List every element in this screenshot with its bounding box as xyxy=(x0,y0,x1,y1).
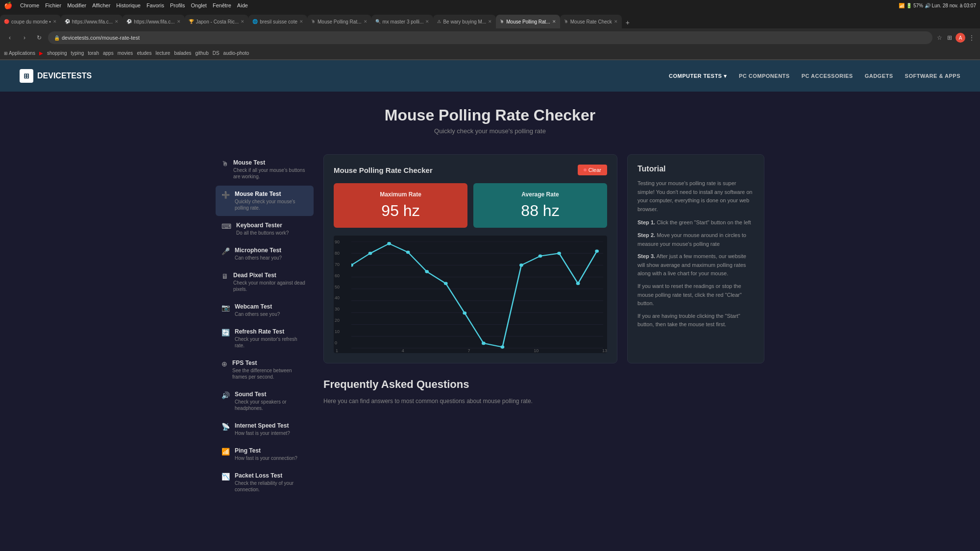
sidebar-item-title: Mouse Test xyxy=(233,159,308,166)
bookmark-audiophoto[interactable]: audio-photo xyxy=(223,50,249,56)
tab-coupemonde[interactable]: 🔴 coupe du monde • ✕ xyxy=(0,15,61,28)
menu-fichier[interactable]: Fichier xyxy=(45,2,61,8)
menu-chrome[interactable]: Chrome xyxy=(20,2,39,8)
menu-afficher[interactable]: Afficher xyxy=(92,2,110,8)
back-button[interactable]: ‹ xyxy=(4,32,16,44)
tab-close-icon[interactable]: ✕ xyxy=(241,19,245,24)
tab-bresil[interactable]: 🌐 bresil suisse cote ✕ xyxy=(248,15,307,28)
bookmark-label: etudes xyxy=(137,50,151,56)
sidebar-item-deadpixel[interactable]: 🖥 Dead Pixel Test Check your monitor aga… xyxy=(216,267,314,297)
menu-profils[interactable]: Profils xyxy=(170,2,185,8)
faq-title: Frequently Asked Questions xyxy=(323,378,764,391)
menu-fenetre[interactable]: Fenêtre xyxy=(213,2,231,8)
menu-favoris[interactable]: Favoris xyxy=(147,2,164,8)
sidebar-item-webcam[interactable]: 📷 Webcam Test Can others see you? xyxy=(216,298,314,322)
tab-close-icon[interactable]: ✕ xyxy=(614,19,618,24)
clear-dot xyxy=(584,168,587,171)
y-label-10: 10 xyxy=(335,329,340,334)
logo[interactable]: ⊞ DEVICETESTS xyxy=(20,69,92,83)
tab-mouseratecheck[interactable]: 🖱 Mouse Rate Check ✕ xyxy=(560,15,622,28)
bookmark-star-icon[interactable]: ☆ xyxy=(935,33,944,42)
tab-close-icon[interactable]: ✕ xyxy=(364,19,368,24)
bookmark-youtube[interactable]: ▶ xyxy=(39,50,43,56)
tab-label: https://www.fifa.c... xyxy=(134,19,174,24)
profile-avatar[interactable]: A xyxy=(956,33,965,43)
sidebar-item-ping[interactable]: 📶 Ping Test How fast is your connection? xyxy=(216,442,314,466)
bookmark-label: typing xyxy=(71,50,84,56)
url-text: devicetests.com/mouse-rate-test xyxy=(62,35,140,41)
bookmark-balades[interactable]: balades xyxy=(174,50,191,56)
chart-dot xyxy=(444,282,448,286)
monitor-icon: 🖥 xyxy=(221,272,228,280)
nav-pc-components[interactable]: PC COMPONENTS xyxy=(739,73,790,79)
sidebar-item-internetspeed[interactable]: 📡 Internet Speed Test How fast is your i… xyxy=(216,417,314,441)
browser-chrome: 🔴 coupe du monde • ✕ ⚽ https://www.fifa.… xyxy=(0,11,980,60)
menu-aide[interactable]: Aide xyxy=(237,2,248,8)
polling-rate-chart xyxy=(351,241,603,349)
sidebar-item-fps[interactable]: ⊕ FPS Test See the difference between fr… xyxy=(216,355,314,385)
step1-text: Click the green "Start" button on the le… xyxy=(657,219,751,225)
nav-pc-accessories[interactable]: PC ACCESSORIES xyxy=(802,73,853,79)
new-tab-button[interactable]: + xyxy=(622,17,634,28)
menu-historique[interactable]: Historique xyxy=(116,2,141,8)
bookmarks-bar: ⊞ Applications ▶ shopping typing torah a… xyxy=(0,47,980,60)
extension-icon[interactable]: ⊞ xyxy=(946,33,954,42)
checker-title: Mouse Polling Rate Checker xyxy=(334,166,433,174)
sidebar-item-mouse-test[interactable]: 🖱 Mouse Test Check if all your mouse's b… xyxy=(216,154,314,185)
bookmark-label: apps xyxy=(103,50,114,56)
sidebar-item-title: Dead Pixel Test xyxy=(233,272,308,279)
x-label-7: 7 xyxy=(467,348,470,353)
dropdown-arrow-icon: ▾ xyxy=(724,73,727,79)
bookmark-movies[interactable]: movies xyxy=(118,50,133,56)
sidebar-item-title: Refresh Rate Test xyxy=(235,328,308,335)
sidebar-item-microphone[interactable]: 🎤 Microphone Test Can others hear you? xyxy=(216,242,314,266)
apple-menu[interactable]: 🍎 xyxy=(4,1,12,9)
url-bar[interactable]: 🔒 devicetests.com/mouse-rate-test xyxy=(48,31,932,44)
tab-close-icon[interactable]: ✕ xyxy=(425,19,429,24)
bookmark-apps[interactable]: apps xyxy=(103,50,114,56)
bookmark-etudes[interactable]: etudes xyxy=(137,50,151,56)
sidebar-item-packetloss[interactable]: 📉 Packet Loss Test Check the reliability… xyxy=(216,467,314,498)
bookmark-typing[interactable]: typing xyxy=(71,50,84,56)
macos-menubar: 🍎 Chrome Fichier Modifier Afficher Histo… xyxy=(0,0,980,11)
nav-computer-tests[interactable]: COMPUTER TESTS ▾ xyxy=(669,73,727,79)
tab-close-icon[interactable]: ✕ xyxy=(299,19,303,24)
bookmark-apps-menu[interactable]: ⊞ Applications xyxy=(4,50,35,56)
tab-mousepolling2[interactable]: 🖱 Mouse Polling Rat... ✕ xyxy=(496,15,560,28)
menu-modifier[interactable]: Modifier xyxy=(67,2,86,8)
nav-software[interactable]: SOFTWARE & APPS xyxy=(905,73,960,79)
sidebar-item-keyboard[interactable]: ⌨ Keyboard Tester Do all the buttons wor… xyxy=(216,217,314,241)
tab-mousepolling1[interactable]: 🖱 Mouse Polling Rat... ✕ xyxy=(307,15,371,28)
sidebar-item-refreshrate[interactable]: 🔄 Refresh Rate Test Check your monitor's… xyxy=(216,323,314,354)
menu-dots-icon[interactable]: ⋮ xyxy=(967,33,976,42)
clear-button[interactable]: Clear xyxy=(578,165,607,175)
bookmark-lecture[interactable]: lecture xyxy=(155,50,170,56)
checker-box: Mouse Polling Rate Checker Clear Maximum… xyxy=(323,154,617,363)
sidebar-item-sound[interactable]: 🔊 Sound Test Check your speakers or head… xyxy=(216,386,314,416)
tab-mxmaster[interactable]: 🔍 mx master 3 polli... ✕ xyxy=(371,15,434,28)
lock-icon: 🔒 xyxy=(54,35,60,41)
bookmark-shopping[interactable]: shopping xyxy=(47,50,67,56)
tab-close-icon[interactable]: ✕ xyxy=(115,19,119,24)
tab-close-icon[interactable]: ✕ xyxy=(552,19,556,24)
step1-label: Step 1. xyxy=(637,219,655,225)
sidebar-item-mouse-rate[interactable]: ➕ Mouse Rate Test Quickly check your mou… xyxy=(216,186,314,216)
menu-onglet[interactable]: Onglet xyxy=(191,2,207,8)
bookmark-ds[interactable]: DS xyxy=(213,50,220,56)
nav-gadgets[interactable]: GADGETS xyxy=(865,73,893,79)
tab-close-icon[interactable]: ✕ xyxy=(177,19,181,24)
chart-dot xyxy=(406,251,410,254)
bookmark-torah[interactable]: torah xyxy=(88,50,99,56)
tab-close-icon[interactable]: ✕ xyxy=(488,19,492,24)
reload-button[interactable]: ↻ xyxy=(33,32,45,44)
tab-bewary[interactable]: ⚠ Be wary buying M... ✕ xyxy=(433,15,496,28)
forward-button[interactable]: › xyxy=(19,32,30,44)
tab-fifa2[interactable]: ⚽ https://www.fifa.c... ✕ xyxy=(122,15,184,28)
tab-close-icon[interactable]: ✕ xyxy=(53,19,57,24)
chart-container: 90 80 70 60 50 40 30 20 10 0 xyxy=(334,236,607,353)
tab-fifa1[interactable]: ⚽ https://www.fifa.c... ✕ xyxy=(61,15,122,28)
sidebar-item-desc: Can others hear you? xyxy=(235,255,282,261)
tutorial-step3: Step 3. After just a few moments, our we… xyxy=(637,252,754,278)
tab-japon[interactable]: 🏆 Japon - Costa Ric... ✕ xyxy=(185,15,249,28)
bookmark-github[interactable]: github xyxy=(195,50,208,56)
